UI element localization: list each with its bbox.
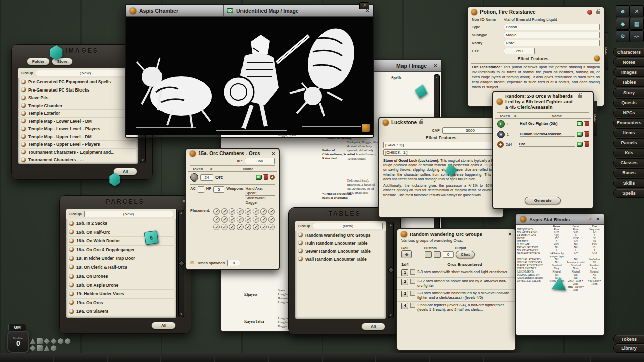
hp-field[interactable]: 5 — [213, 186, 224, 193]
luckstone-header[interactable]: Luckstone — [379, 118, 503, 127]
row-roll-chip[interactable]: 1 — [401, 269, 408, 276]
tabletop-die-d20[interactable] — [49, 45, 63, 60]
sidebar-item-races[interactable]: Races — [613, 168, 644, 177]
sidebar-item-encounters[interactable]: Encounters — [613, 118, 644, 127]
list-item[interactable]: Tournament Characters - Equipment and... — [18, 149, 138, 157]
tray-die-d8-icon[interactable] — [44, 338, 50, 344]
identified-badge[interactable]: ID — [577, 121, 583, 126]
placement-check-icon[interactable] — [221, 224, 228, 230]
placement-check-icon[interactable] — [237, 208, 244, 215]
delete-icon[interactable] — [585, 122, 589, 126]
placement-check-icon[interactable] — [213, 208, 220, 215]
hotkey-slot[interactable] — [215, 353, 269, 362]
scrollbar[interactable]: ▲ ▼ — [388, 222, 394, 318]
orc-groups-header[interactable]: Random Wandering Orc Groups ✕ — [397, 229, 515, 238]
placement-check-icon[interactable] — [268, 208, 275, 215]
window-manager-icon[interactable]: ▦ — [630, 18, 644, 30]
list-item[interactable]: Random Wandering Orc Groups — [295, 231, 386, 239]
list-item[interactable]: Pre-Generated PC Stat Blocks — [18, 86, 138, 95]
list-item[interactable]: 16b. On Witch Doctor — [66, 237, 176, 246]
modifier-stack[interactable]: Modifier 0 — [7, 331, 29, 353]
popout-icon[interactable]: ↗ — [359, 2, 369, 9]
hotkey-slot[interactable] — [0, 353, 54, 362]
placement-check-icon[interactable] — [213, 224, 220, 230]
npc-count-field[interactable]: 24 — [200, 174, 213, 181]
placement-check-icon[interactable] — [253, 208, 259, 215]
sidebar-item-kits[interactable]: Kits — [613, 148, 644, 157]
delete-icon[interactable] — [264, 175, 268, 180]
tabletop-die-d6[interactable]: 6 — [144, 230, 157, 244]
scroll-up-icon[interactable]: ▲ — [389, 223, 392, 226]
sidebar-item-tokens[interactable]: Tokens — [613, 335, 644, 344]
list-item[interactable]: 19a. On Slavers — [66, 307, 176, 316]
save-effect-field[interactable]: [SAVE: 1;] — [383, 142, 499, 148]
hotkey-slot[interactable] — [323, 353, 376, 362]
scrollbar[interactable]: ▲ ▼ — [178, 210, 184, 317]
npc-token[interactable]: H — [497, 131, 505, 138]
window-encounter[interactable]: 15a. Orc Chambers - Orcs ✕ XP 360 Token … — [185, 148, 280, 270]
list-item[interactable]: 18. In Niche Under Trap Door — [66, 254, 176, 263]
scroll-thumb[interactable] — [178, 260, 185, 267]
type-field[interactable]: Potion — [504, 24, 600, 30]
sidebar-item-story[interactable]: Story — [613, 88, 644, 97]
xp-field[interactable]: 360 — [245, 158, 275, 164]
list-item[interactable]: Tournament Characters - ... — [18, 156, 138, 164]
npc-token[interactable] — [190, 173, 198, 182]
placement-check-icon[interactable] — [260, 208, 267, 215]
token-chest-icon[interactable] — [361, 123, 370, 132]
list-item[interactable]: 18. On Cleric & Half-Orcs — [66, 263, 176, 273]
placement-check-icon[interactable] — [221, 208, 228, 215]
row-roll-chip[interactable]: 3 — [401, 291, 408, 297]
tabletop-die-d4[interactable] — [552, 276, 568, 291]
potion-header[interactable]: Potion, Fire Resistance — [468, 7, 604, 16]
list-item[interactable]: 18a. On Drones — [66, 272, 176, 281]
window-tables[interactable]: TABLES ✕ Group (New) Random Wandering Or… — [288, 207, 401, 335]
scroll-down-icon[interactable]: ▼ — [389, 314, 392, 317]
group-dropdown[interactable]: (New) — [36, 70, 135, 76]
placement-check-icon[interactable] — [245, 208, 251, 215]
nonid-name-field[interactable]: Vial of Emerald Fuming Liquid — [504, 17, 600, 22]
npc-name[interactable]: Human Cleric/Assassin — [520, 132, 575, 137]
sidebar-item-classes[interactable]: Classes — [613, 158, 644, 167]
roll-dice-button[interactable]: ◆ — [401, 250, 412, 258]
tray-die-d10-icon[interactable] — [51, 338, 57, 344]
list-item[interactable]: Temple Chamber — [18, 102, 138, 110]
placement-check-icon[interactable] — [221, 216, 228, 223]
unidentified-toggle-icon[interactable] — [587, 10, 592, 15]
scroll-up-icon[interactable]: ▲ — [435, 76, 438, 79]
sidebar-item-notes[interactable]: Notes — [613, 58, 644, 67]
row-drag-handle[interactable] — [410, 279, 415, 284]
exp-field[interactable]: 250 — [504, 48, 535, 54]
list-item[interactable]: Pre-Generated PC Equipment and Spells — [18, 78, 138, 86]
delete-icon[interactable] — [585, 132, 589, 137]
popout-icon[interactable]: ↗ — [588, 217, 592, 222]
close-all-icon[interactable]: ✕ — [630, 5, 644, 17]
placement-check-icon[interactable] — [245, 216, 251, 223]
placement-check-icon[interactable] — [229, 216, 235, 223]
window-aspis-chamber[interactable]: ↗ Aspis Chamber ID Unidentified Map / Im… — [125, 4, 374, 138]
list-item[interactable]: Temple Map - Lower Level - DM — [18, 118, 138, 126]
hotkey-slot[interactable] — [430, 353, 484, 362]
scroll-thumb[interactable] — [388, 267, 394, 274]
list-item[interactable]: 19a. On Orcs — [66, 299, 176, 308]
hotkey-slot[interactable] — [484, 353, 537, 362]
row-drag-handle[interactable] — [410, 291, 415, 296]
lock-icon[interactable] — [596, 11, 600, 14]
list-item[interactable]: Ruin Random Encounter Table — [295, 239, 386, 247]
custom-toggle-button[interactable] — [434, 251, 441, 258]
lock-icon[interactable] — [419, 121, 423, 124]
hotkey-slot[interactable] — [108, 353, 162, 362]
list-item[interactable]: Temple Exterior — [18, 110, 138, 118]
placement-check-icon[interactable] — [253, 224, 259, 230]
hotkey-slot[interactable] — [54, 353, 108, 362]
identified-badge[interactable]: ID — [577, 132, 583, 137]
tray-die-d20-icon[interactable] — [65, 338, 71, 344]
hotkey-slot[interactable] — [269, 353, 323, 362]
tray-die-d6-icon[interactable] — [37, 338, 43, 344]
all-button[interactable]: All — [151, 322, 176, 329]
faction-icon[interactable] — [270, 175, 275, 180]
custom-toggle-button[interactable] — [425, 251, 432, 258]
sidebar-item-parcels[interactable]: Parcels — [613, 138, 644, 147]
identified-badge[interactable]: ID — [227, 8, 233, 13]
close-icon[interactable]: ✕ — [508, 232, 512, 237]
